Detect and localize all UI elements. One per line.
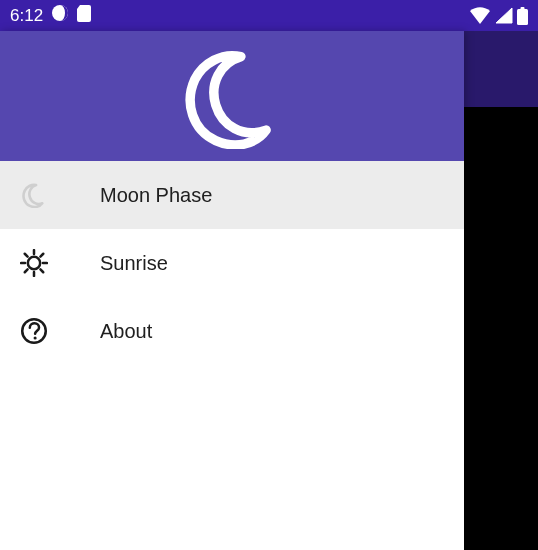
- nav-item-label: About: [100, 320, 152, 343]
- drawer-nav-list: Moon Phase Sun: [0, 161, 464, 550]
- question-icon: [20, 317, 48, 345]
- svg-line-11: [40, 254, 43, 257]
- cellular-icon: [495, 7, 513, 24]
- svg-line-9: [40, 269, 43, 272]
- svg-point-13: [34, 336, 37, 339]
- nav-item-sunrise[interactable]: Sunrise: [0, 229, 464, 297]
- moon-small-icon: [20, 181, 48, 209]
- status-bar: 6:12: [0, 0, 538, 31]
- nav-item-label: Sunrise: [100, 252, 168, 275]
- nav-item-label: Moon Phase: [100, 184, 212, 207]
- moon-icon: [180, 44, 285, 149]
- svg-rect-1: [517, 9, 528, 25]
- svg-rect-2: [521, 7, 525, 10]
- sd-card-icon: [77, 5, 91, 27]
- status-circle-icon: [51, 4, 69, 27]
- svg-line-10: [25, 269, 28, 272]
- status-bar-right: [469, 7, 528, 25]
- sun-icon: [20, 249, 48, 277]
- navigation-drawer: Moon Phase Sun: [0, 31, 464, 550]
- battery-icon: [517, 7, 528, 25]
- status-bar-left: 6:12: [10, 4, 91, 27]
- status-time: 6:12: [10, 6, 43, 26]
- nav-item-about[interactable]: About: [0, 297, 464, 365]
- wifi-icon: [469, 7, 491, 25]
- nav-item-moon-phase[interactable]: Moon Phase: [0, 161, 464, 229]
- svg-point-3: [28, 257, 40, 269]
- drawer-header: [0, 31, 464, 161]
- svg-line-8: [25, 254, 28, 257]
